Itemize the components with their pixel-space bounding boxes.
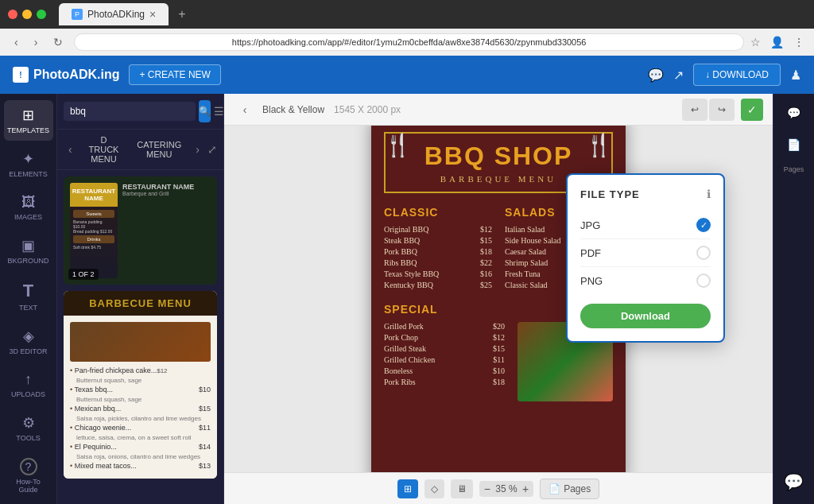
file-option-jpg[interactable]: JPG ✓: [580, 211, 711, 239]
right-pages-label: Pages: [784, 165, 804, 173]
sidebar-item-background[interactable]: ▣ BKGROUND: [4, 231, 53, 271]
radio-jpg[interactable]: ✓: [696, 218, 711, 232]
file-option-png[interactable]: PNG: [580, 267, 711, 294]
template1-tagline: Barbeque and Grill: [122, 191, 211, 196]
template2-item-1-name: • Pan-fried chickpea cake...$12: [70, 366, 168, 374]
search-button[interactable]: 🔍: [199, 100, 211, 122]
sidebar-item-3deditor[interactable]: ◈ 3D EDITOR: [4, 321, 53, 362]
images-icon: 🖼: [21, 194, 36, 211]
classic-item-4: Ribs BBQ $22: [384, 258, 492, 267]
3deditor-icon: ◈: [23, 328, 34, 345]
sidebar-label-templates: TEMPLATES: [7, 126, 49, 134]
download-action-button[interactable]: Download: [580, 304, 711, 328]
sidebar-item-shortcuts[interactable]: ⌨ Shortcut Keys: [4, 500, 53, 504]
menu-icon[interactable]: ⋮: [793, 36, 804, 48]
chess-icon-button[interactable]: ♟: [790, 68, 801, 83]
special-item-6: Pork Ribs $18: [384, 378, 505, 386]
canvas-main: 🍴 🍴 BBQ SHOP BARBEQUE MENU CLASSIC Origi…: [224, 126, 773, 472]
chat-icon-button[interactable]: 💬: [648, 68, 664, 83]
forward-button[interactable]: ›: [29, 34, 43, 50]
templates-prev-button[interactable]: ‹: [64, 142, 77, 157]
active-tab[interactable]: P PhotoADKing ×: [59, 3, 169, 25]
refresh-button[interactable]: ↻: [48, 34, 68, 50]
template-card-1[interactable]: RESTAURANTNAME Sweets Banana pudding $10…: [64, 176, 217, 285]
undo-button[interactable]: ↩: [682, 99, 707, 121]
fork-left-icon: 🍴: [384, 132, 412, 158]
sidebar-bottom: ? How-To Guide ⌨ Shortcut Keys: [4, 452, 53, 504]
minimize-dot[interactable]: [22, 10, 32, 19]
sidebar-label-images: IMAGES: [14, 213, 42, 221]
browser-addressbar: ‹ › ↻ https://photoadking.com/app/#/edit…: [0, 29, 814, 56]
sidebar-label-3deditor: 3D EDITOR: [10, 347, 48, 355]
pages-button[interactable]: 📄 Pages: [540, 479, 599, 499]
right-bottom-icon[interactable]: 💬: [777, 466, 810, 498]
bookmark-icon[interactable]: ☆: [750, 36, 761, 48]
zoom-controls: − 35 % +: [479, 481, 533, 497]
sidebar-label-elements: ELEMENTS: [9, 170, 48, 178]
radio-pdf[interactable]: [696, 246, 711, 260]
monitor-btn[interactable]: 🖥: [451, 479, 473, 498]
share-icon-button[interactable]: ↗: [673, 68, 684, 83]
classic-item-5: Texas Style BBQ $16: [384, 269, 492, 278]
sidebar-item-uploads[interactable]: ↑ UPLOADS: [4, 365, 53, 405]
maximize-dot[interactable]: [37, 10, 46, 19]
back-button[interactable]: ‹: [10, 34, 23, 50]
shape-btn[interactable]: ◇: [424, 479, 444, 498]
sidebar-item-tools[interactable]: ⚙ TOOLS: [4, 408, 53, 448]
template2-item-2: • Texas bbq...$10: [70, 386, 211, 394]
grid-view-btn[interactable]: ⊞: [397, 479, 418, 498]
close-dot[interactable]: [8, 10, 17, 19]
sidebar-label-tools: TOOLS: [16, 434, 40, 442]
sidebar-label-text: TEXT: [19, 304, 37, 312]
file-option-pdf[interactable]: PDF: [580, 239, 711, 267]
download-button[interactable]: ↓ DOWNLOAD: [693, 64, 781, 86]
template2-item-1: • Pan-fried chickpea cake...$12: [70, 366, 211, 374]
create-new-button[interactable]: + CREATE NEW: [129, 64, 220, 85]
templates-icon: ⊞: [22, 107, 34, 124]
popup-info-icon[interactable]: ℹ: [707, 188, 711, 200]
classic-item-3: Pork BBQ $18: [384, 247, 492, 256]
right-pages-button[interactable]: 📄: [781, 132, 807, 157]
radio-png[interactable]: [696, 273, 711, 288]
tab-favicon: P: [72, 9, 83, 20]
popup-header: FILE TYPE ℹ: [580, 188, 711, 200]
zoom-out-button[interactable]: −: [484, 483, 490, 495]
zoom-in-button[interactable]: +: [522, 483, 529, 495]
special-item-1: Grilled Pork $20: [384, 322, 505, 331]
pages-label: Pages: [564, 483, 591, 494]
menu-title: BBQ SHOP: [393, 142, 603, 171]
template2-item-5: • El Pequinio...$14: [70, 443, 211, 451]
publish-button[interactable]: ✓: [741, 99, 763, 121]
uploads-icon: ↑: [25, 371, 32, 388]
sidebar-item-howto[interactable]: ? How-To Guide: [4, 452, 53, 500]
classic-item-6: Kentucky BBQ $25: [384, 281, 492, 289]
tab-d-truck-menu[interactable]: D TRUCK MENU: [80, 133, 128, 166]
search-input[interactable]: [64, 102, 196, 121]
tab-close-btn[interactable]: ×: [149, 8, 156, 21]
user-icon[interactable]: 👤: [770, 36, 784, 48]
logo-text: PhotoADK.ing: [33, 68, 119, 82]
canvas-toolbar: ‹ Black & Yellow 1545 X 2000 px ↩ ↪ ✓: [224, 94, 773, 126]
sidebar-item-templates[interactable]: ⊞ TEMPLATES: [4, 100, 53, 141]
file-option-png-label: PNG: [580, 275, 603, 287]
sidebar-item-images[interactable]: 🖼 IMAGES: [4, 188, 53, 227]
sidebar-item-elements[interactable]: ✦ ELEMENTS: [4, 144, 53, 184]
browser-dots: [8, 10, 46, 19]
new-tab-button[interactable]: +: [178, 7, 185, 21]
address-bar[interactable]: https://photoadking.com/app/#/editor/1ym…: [74, 33, 744, 51]
template-card-2[interactable]: BARBECUE MENU • Pan-fried chickpea cake.…: [64, 291, 217, 479]
tab-catering-menu[interactable]: CATERING MENU: [130, 138, 188, 161]
redo-button[interactable]: ↪: [709, 99, 735, 121]
templates-next-button[interactable]: ›: [191, 142, 204, 157]
text-icon: T: [23, 281, 33, 301]
right-chat-button[interactable]: 💬: [781, 100, 807, 126]
expand-panel-button[interactable]: ⤢: [207, 143, 217, 156]
grid-view-button[interactable]: ☰: [214, 105, 224, 118]
sidebar-item-text[interactable]: T TEXT: [4, 274, 53, 318]
howto-icon: ?: [20, 458, 37, 475]
canvas-prev-button[interactable]: ‹: [234, 99, 256, 121]
page-indicator-1: 1 OF 2: [68, 269, 99, 280]
popup-title: FILE TYPE: [580, 188, 640, 200]
special-item-4: Grilled Chicken $11: [384, 355, 505, 364]
classic-item-1: Original BBQ $12: [384, 225, 492, 234]
